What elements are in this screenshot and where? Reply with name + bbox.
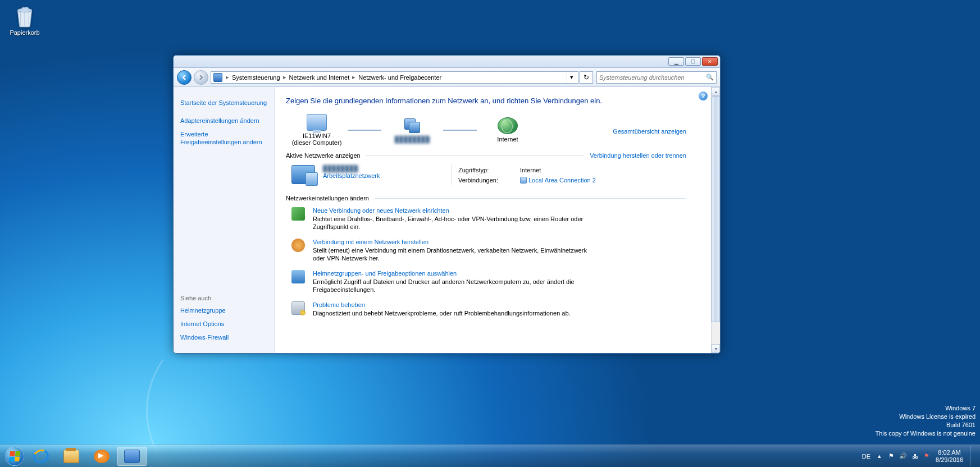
lang-indicator[interactable]: DE (862, 453, 870, 460)
watermark-line: Windows 7 (875, 404, 976, 413)
taskbar-control-panel[interactable] (117, 447, 147, 466)
breadcrumb-root[interactable]: Systemsteuerung (230, 74, 282, 81)
network-name: ████████ (323, 165, 380, 172)
computer-icon (307, 114, 327, 131)
scroll-up[interactable]: ▴ (712, 87, 720, 96)
opt-new-connection: Neue Verbindung oder neues Netzwerk einr… (286, 203, 709, 235)
access-label: Zugriffstyp: (458, 165, 503, 175)
recycle-bin[interactable]: Papierkorb (4, 4, 45, 36)
watermark-line: This copy of Windows is not genuine (875, 429, 976, 438)
content-pane: ? ▴ ▾ Zeigen Sie die grundlegenden Infor… (275, 87, 720, 353)
breadcrumb-l1[interactable]: Netzwerk und Internet (288, 74, 352, 81)
active-network: ████████ Arbeitsplatznetzwerk Zugriffsty… (286, 161, 709, 189)
security-alert-icon[interactable]: ⚑ (922, 452, 931, 461)
watermark-line: Windows License is expired (875, 413, 976, 421)
network-type-link[interactable]: Arbeitsplatznetzwerk (323, 172, 380, 179)
help-icon[interactable]: ? (699, 91, 708, 100)
clock[interactable]: 8:02 AM 8/29/2016 (936, 449, 963, 464)
control-panel-window: ▁ ☐ ✕ ▸ Systemsteuerung ▸ Netzwerk und I… (173, 55, 721, 354)
sidebar-adapter[interactable]: Adaptereinstellungen ändern (180, 117, 267, 125)
back-button[interactable] (177, 70, 192, 85)
tray-up-icon[interactable]: ▴ (875, 452, 884, 461)
taskbar-ie[interactable] (26, 447, 56, 466)
taskbar-explorer[interactable] (57, 447, 86, 466)
change-settings-heading: Netzwerkeinstellungen ändern (286, 192, 709, 203)
address-bar[interactable]: ▸ Systemsteuerung ▸ Netzwerk und Interne… (211, 71, 578, 84)
homegroup-icon (291, 270, 305, 283)
recycle-bin-icon (13, 4, 37, 28)
opt-homegroup: Heimnetzgruppen- und Freigabeoptionen au… (286, 266, 709, 297)
close-button[interactable]: ✕ (702, 57, 718, 66)
troubleshoot-icon (291, 301, 305, 315)
watermark: Windows 7 Windows License is expired Bui… (875, 404, 976, 438)
connect-disconnect-link[interactable]: Verbindung herstellen oder trennen (590, 152, 686, 159)
see-also-heading: Siehe auch (180, 295, 267, 301)
opt-connect-network: Verbindung mit einem Netzwerk herstellen… (286, 235, 709, 266)
opt-title[interactable]: Neue Verbindung oder neues Netzwerk einr… (313, 207, 594, 214)
access-value: Internet (520, 165, 541, 175)
search-input[interactable] (599, 74, 706, 81)
show-desktop-button[interactable] (970, 446, 976, 466)
sidebar-internet-options[interactable]: Internet Options (180, 320, 267, 328)
start-button[interactable] (3, 445, 26, 468)
opt-title[interactable]: Probleme beheben (313, 301, 571, 308)
adapter-icon (520, 177, 527, 184)
network-icon (402, 117, 422, 134)
breadcrumb-l2[interactable]: Netzwerk- und Freigabecenter (357, 74, 443, 81)
explorer-icon (63, 450, 79, 463)
new-connection-icon (291, 207, 305, 221)
maximize-button[interactable]: ☐ (685, 57, 701, 66)
refresh-button[interactable]: ↻ (580, 71, 593, 84)
search-box[interactable]: 🔍 (596, 71, 717, 84)
search-icon[interactable]: 🔍 (706, 74, 714, 81)
forward-button[interactable] (194, 70, 208, 85)
connection-link[interactable]: Local Area Connection 2 (520, 175, 596, 185)
scroll-down[interactable]: ▾ (712, 344, 720, 353)
sidebar-home[interactable]: Startseite der Systemsteuerung (180, 99, 267, 107)
office-network-icon (291, 165, 315, 184)
taskbar: DE ▴ ⚑ 🔊 🖧 ⚑ 8:02 AM 8/29/2016 (0, 445, 980, 467)
opt-troubleshoot: Probleme beheben Diagnostiziert und behe… (286, 297, 709, 321)
active-networks-heading: Aktive Netzwerke anzeigen Verbindung her… (286, 149, 709, 161)
media-player-icon (94, 450, 110, 463)
recycle-bin-label: Papierkorb (4, 29, 45, 36)
start-orb-icon (5, 447, 24, 466)
sidebar-homegroup[interactable]: Heimnetzgruppe (180, 306, 267, 314)
ie-icon (31, 447, 51, 465)
titlebar[interactable]: ▁ ☐ ✕ (174, 56, 720, 68)
page-heading: Zeigen Sie die grundlegenden Information… (286, 96, 645, 106)
map-network: ████████ (381, 117, 443, 143)
opt-title[interactable]: Heimnetzgruppen- und Freigabeoptionen au… (313, 270, 594, 277)
scroll-thumb[interactable] (712, 96, 720, 322)
opt-title[interactable]: Verbindung mit einem Netzwerk herstellen (313, 239, 594, 245)
control-panel-tb-icon (124, 450, 140, 463)
taskbar-media-player[interactable] (87, 447, 116, 466)
address-dropdown[interactable]: ▾ (567, 72, 576, 83)
full-map-link[interactable]: Gesamtübersicht anzeigen (613, 126, 686, 135)
sidebar-advanced-sharing[interactable]: Erweiterte Freigabeeinstellungen ändern (180, 130, 267, 146)
network-tray-icon[interactable]: 🖧 (910, 452, 919, 461)
watermark-line: Build 7601 (875, 421, 976, 429)
window-body: Startseite der Systemsteuerung Adapterei… (174, 87, 720, 353)
action-center-icon[interactable]: ⚑ (887, 452, 896, 461)
address-row: ▸ Systemsteuerung ▸ Netzwerk und Interne… (174, 68, 720, 87)
connections-label: Verbindungen: (458, 175, 503, 185)
control-panel-icon (213, 73, 222, 82)
map-this-pc: IE11WIN7 (dieser Computer) (286, 114, 348, 146)
map-internet: Internet (477, 117, 539, 143)
globe-icon (498, 117, 518, 134)
sidebar-firewall[interactable]: Windows-Firewall (180, 333, 267, 341)
scrollbar[interactable]: ▴ ▾ (711, 87, 720, 353)
connect-network-icon (291, 239, 305, 252)
minimize-button[interactable]: ▁ (668, 57, 684, 66)
network-map: IE11WIN7 (dieser Computer) ████████ Inte… (286, 114, 709, 146)
system-tray: DE ▴ ⚑ 🔊 🖧 ⚑ 8:02 AM 8/29/2016 (862, 446, 977, 466)
sidebar: Startseite der Systemsteuerung Adapterei… (174, 87, 275, 353)
volume-icon[interactable]: 🔊 (899, 452, 908, 461)
